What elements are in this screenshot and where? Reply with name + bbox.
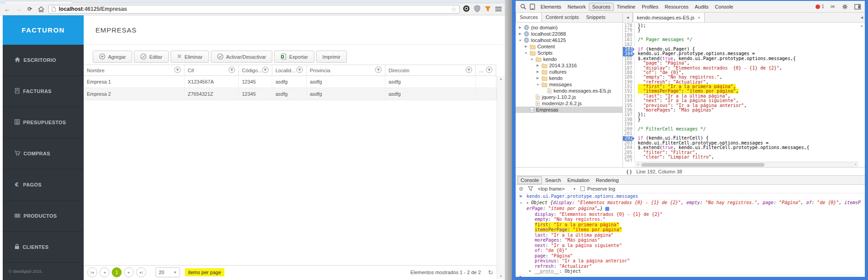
home-icon[interactable] bbox=[37, 5, 45, 13]
tab-resources[interactable]: Resources bbox=[661, 3, 692, 11]
chevron-down-icon[interactable]: ▼ bbox=[530, 58, 534, 61]
pager-first-button[interactable]: ◂ bbox=[87, 267, 97, 277]
editor-horizontal-scrollbar[interactable]: ◂ ▸ bbox=[635, 162, 859, 167]
line-number[interactable]: 186 bbox=[623, 61, 635, 65]
dock-side-icon[interactable] bbox=[853, 2, 862, 11]
page-size-select[interactable]: 20 ▼ bbox=[156, 267, 180, 277]
open-file-tab[interactable]: kendo.messages.es-ES.js × bbox=[633, 13, 705, 22]
chevron-right-icon[interactable]: ▶ bbox=[536, 70, 540, 74]
bookmark-star-icon[interactable]: ☆ bbox=[451, 6, 456, 13]
line-number[interactable]: 201 bbox=[623, 131, 635, 136]
sidebar-item-clientes[interactable]: CLIENTES bbox=[3, 232, 84, 263]
pager-next-button[interactable]: ▸ bbox=[124, 267, 134, 277]
address-bar[interactable]: localhost:46125/Empresas ☆ bbox=[48, 5, 460, 14]
scroll-up-icon[interactable]: ▲ bbox=[861, 23, 863, 162]
grid-vertical-scrollbar[interactable]: ▲ ▼ bbox=[497, 76, 505, 279]
table-row[interactable]: Empresa 2Z7654321Z12345asdfgasdfgasdfg bbox=[84, 88, 497, 100]
line-number-breakpoint[interactable]: 202 bbox=[623, 136, 635, 140]
editar-button[interactable]: Editar bbox=[134, 51, 169, 63]
tree-item-localhost-46125[interactable]: ▼localhost:46125 bbox=[516, 37, 622, 43]
pane-tab-sources[interactable]: Sources bbox=[516, 13, 542, 22]
scroll-down-icon[interactable]: ▼ bbox=[499, 275, 503, 278]
tree-item-modernizr-2.6.2.js[interactable]: modernizr-2.6.2.js bbox=[516, 100, 622, 107]
column-header-more[interactable]: ... bbox=[476, 65, 496, 75]
tab-timeline[interactable]: Timeline bbox=[614, 3, 639, 11]
tree-item-kendo[interactable]: ▼kendo bbox=[516, 56, 622, 62]
filter-icon[interactable] bbox=[486, 66, 493, 74]
back-icon[interactable]: ← bbox=[3, 5, 11, 13]
tree-item--no-domain-[interactable]: ▶(no domain) bbox=[516, 24, 622, 31]
gear-icon[interactable] bbox=[840, 2, 849, 11]
exportar-button[interactable]: Exportar bbox=[274, 51, 314, 63]
filter-icon[interactable] bbox=[296, 66, 303, 74]
tree-item-kendo[interactable]: ▶kendo bbox=[516, 75, 622, 81]
console-tab-rendering[interactable]: Rendering bbox=[593, 176, 622, 184]
chevron-down-icon[interactable]: ▼ bbox=[518, 39, 522, 42]
sidebar-item-compras[interactable]: COMPRAS bbox=[3, 138, 84, 169]
console-tab-emulation[interactable]: Emulation bbox=[564, 176, 593, 184]
column-header-código[interactable]: Código... bbox=[239, 65, 272, 75]
chevron-right-icon[interactable]: ▶ bbox=[518, 32, 522, 36]
tree-item-scripts[interactable]: ▼Scripts bbox=[516, 50, 622, 56]
sidebar-item-productos[interactable]: PRODUCTOS bbox=[3, 201, 84, 232]
pager-current-page[interactable]: 1 bbox=[112, 267, 122, 277]
chevron-right-icon[interactable]: ▶ bbox=[536, 64, 540, 67]
close-icon[interactable]: × bbox=[697, 15, 700, 20]
chevron-right-icon[interactable]: ▶ bbox=[524, 45, 528, 48]
chevron-right-icon[interactable]: ▶ bbox=[529, 269, 531, 274]
sidebar-item-escritorio[interactable]: ESCRITORIO bbox=[3, 45, 84, 76]
eliminar-button[interactable]: Eliminar bbox=[171, 51, 209, 63]
clear-console-icon[interactable]: ⊘ bbox=[519, 186, 523, 192]
line-number[interactable]: 204 bbox=[623, 145, 635, 150]
tree-item-empresas[interactable]: Empresas bbox=[516, 107, 622, 113]
console-input[interactable]: > bbox=[516, 274, 865, 275]
console-tab-search[interactable]: Search bbox=[542, 176, 564, 184]
pretty-print-icon[interactable]: { } bbox=[626, 169, 632, 174]
activar-desactivar-button[interactable]: Activar/Desactivar bbox=[211, 51, 273, 63]
line-number-breakpoint[interactable]: 184 bbox=[623, 51, 635, 56]
tab-elements[interactable]: Elements bbox=[537, 3, 564, 11]
table-row[interactable]: Empresa 1X1234567A12345asdfgasdfgasdfg bbox=[84, 76, 497, 88]
tab-console[interactable]: Console bbox=[712, 3, 736, 11]
column-header-dirección[interactable]: Dirección bbox=[385, 65, 476, 75]
scroll-right-icon[interactable]: ▸ bbox=[853, 162, 859, 167]
browser-menu-icon[interactable] bbox=[495, 7, 502, 11]
tree-item-cultures[interactable]: ▶cultures bbox=[516, 69, 622, 75]
tree-item-kendo.messages.es-es.js[interactable]: kendo.messages.es-ES.js bbox=[516, 88, 622, 94]
console-tab-console[interactable]: Console bbox=[517, 176, 542, 184]
tab-profiles[interactable]: Profiles bbox=[639, 3, 662, 11]
pane-tab-snippets[interactable]: Snippets bbox=[583, 13, 609, 22]
column-header-nombre[interactable]: Nombre bbox=[84, 65, 185, 75]
device-mode-icon[interactable] bbox=[528, 2, 537, 11]
filter-icon[interactable] bbox=[228, 66, 235, 74]
file-tabs-back-icon[interactable]: ◂ bbox=[623, 13, 633, 22]
browser-tab-strip[interactable] bbox=[0, 0, 505, 3]
forward-icon[interactable]: → bbox=[14, 5, 23, 13]
pager-previous-button[interactable]: ◂ bbox=[100, 267, 109, 277]
scroll-left-icon[interactable]: ◂ bbox=[635, 162, 640, 167]
tree-item-jquery-1.10.2.js[interactable]: jquery-1.10.2.js bbox=[516, 94, 622, 100]
pager-last-button[interactable]: ▸ bbox=[136, 267, 146, 277]
error-count-badge[interactable]: 1 bbox=[816, 4, 824, 9]
console-drawer-icon[interactable]: >≡ bbox=[828, 2, 837, 11]
sidebar-item-pagos[interactable]: €PAGOS bbox=[3, 169, 84, 201]
column-header-provincia[interactable]: Provincia bbox=[307, 65, 385, 75]
tree-item-content[interactable]: ▶Content bbox=[516, 43, 622, 50]
agregar-button[interactable]: Agregar bbox=[93, 51, 132, 63]
app-logo[interactable]: FACTURON bbox=[3, 15, 84, 45]
filter-icon[interactable] bbox=[375, 66, 382, 74]
line-number[interactable]: 182 bbox=[623, 42, 635, 47]
browser-tab[interactable] bbox=[5, 1, 72, 3]
filter-icon[interactable] bbox=[528, 186, 533, 192]
scrollbar-thumb[interactable] bbox=[641, 163, 764, 167]
sidebar-item-presupuestos[interactable]: PRESUPUESTOS bbox=[3, 107, 84, 138]
chevron-down-icon[interactable]: ▼ bbox=[536, 83, 540, 86]
preserve-log-checkbox[interactable] bbox=[580, 187, 585, 191]
pane-tab-content-scripts[interactable]: Content scripts bbox=[542, 13, 582, 22]
extension-icon-funnel[interactable] bbox=[484, 5, 491, 13]
tree-item-messages[interactable]: ▼messages bbox=[516, 81, 622, 88]
panel-collapse-icon[interactable]: ◂ bbox=[860, 13, 865, 22]
line-number[interactable]: 207 bbox=[623, 159, 635, 162]
line-number-breakpoint[interactable]: 183 bbox=[623, 47, 635, 51]
chevron-right-icon[interactable]: ▶ bbox=[536, 76, 540, 80]
